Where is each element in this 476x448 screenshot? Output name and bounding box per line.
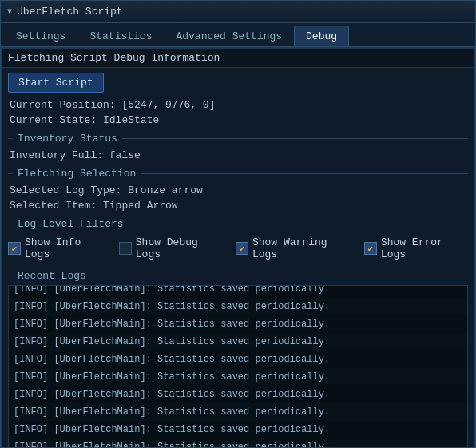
main-content: Fletching Script Debug Information Start… (1, 47, 475, 448)
log-filters-divider-line (129, 224, 468, 224)
fletching-divider-line (141, 173, 468, 174)
log-entry: [INFO] [UberFletchMain]: Statistics save… (9, 403, 467, 421)
tab-bar: Settings Statistics Advanced Settings De… (1, 23, 475, 47)
filter-warning-label: Show Warning Logs (252, 236, 351, 260)
title-bar: ▼ UberFletch Script (1, 1, 475, 23)
log-entry: [INFO] [UberFletchMain]: Statistics save… (9, 421, 467, 438)
filter-info-checkbox[interactable] (8, 242, 21, 255)
log-filters-divider: — Log Level Filters (2, 213, 474, 233)
recent-logs-divider: — Recent Logs (2, 265, 474, 285)
inventory-divider: — Inventory Status (2, 128, 474, 148)
selected-log-type: Selected Log Type: Bronze arrow (2, 183, 474, 198)
log-entry: [INFO] [UberFletchMain]: Statistics save… (9, 315, 467, 333)
filter-error[interactable]: Show Error Logs (364, 236, 468, 260)
inventory-section-label: Inventory Status (18, 133, 117, 145)
log-entry: [INFO] [UberFletchMain]: Statistics save… (9, 386, 467, 403)
filter-error-label: Show Error Logs (381, 236, 468, 260)
tab-debug[interactable]: Debug (294, 26, 349, 46)
filter-debug[interactable]: Show Debug Logs (119, 236, 223, 260)
filter-info-label: Show Info Logs (25, 236, 106, 260)
recent-logs-section-label: Recent Logs (18, 270, 86, 282)
selected-item: Selected Item: Tipped Arrow (2, 198, 474, 213)
fletching-divider: — Fletching Selection (2, 163, 474, 183)
log-entry: [INFO] [UberFletchMain]: Statistics save… (9, 368, 467, 386)
filter-debug-label: Show Debug Logs (136, 236, 223, 260)
filter-debug-checkbox[interactable] (119, 242, 132, 255)
filter-warning-checkbox[interactable] (236, 242, 248, 255)
inventory-full: Inventory Full: false (2, 148, 474, 163)
log-entry: [INFO] [UberFletchMain]: Statistics save… (9, 333, 467, 351)
fletching-section-label: Fletching Selection (18, 168, 136, 180)
log-filters-section-label: Log Level Filters (18, 218, 124, 230)
debug-section-header: Fletching Script Debug Information (2, 48, 474, 68)
log-entry: [INFO] [UberFletchMain]: Statistics save… (9, 351, 467, 368)
start-script-button[interactable]: Start Script (8, 73, 104, 93)
current-state: Current State: IdleState (2, 113, 474, 128)
recent-logs-divider-line (91, 276, 468, 276)
filter-row: Show Info Logs Show Debug Logs Show Warn… (2, 233, 474, 265)
current-position: Current Position: [5247, 9776, 0] (2, 97, 474, 113)
filter-info[interactable]: Show Info Logs (8, 236, 106, 260)
tab-settings[interactable]: Settings (4, 26, 77, 46)
collapse-arrow-icon[interactable]: ▼ (7, 7, 12, 16)
log-entry: [INFO] [UberFletchMain]: Statistics save… (9, 438, 467, 448)
filter-error-checkbox[interactable] (364, 242, 377, 255)
tab-advanced-settings[interactable]: Advanced Settings (164, 26, 294, 46)
log-entry: [INFO] [UberFletchMain]: Statistics save… (9, 285, 467, 298)
app-window: ▼ UberFletch Script Settings Statistics … (0, 0, 476, 448)
app-title: UberFletch Script (17, 6, 123, 18)
tab-statistics[interactable]: Statistics (77, 26, 164, 46)
log-area[interactable]: [INFO] [UberFletchMain]: Statistics save… (8, 285, 468, 448)
log-entry: [INFO] [UberFletchMain]: Statistics save… (9, 298, 467, 315)
inventory-divider-line (122, 138, 468, 139)
filter-warning[interactable]: Show Warning Logs (236, 236, 351, 260)
